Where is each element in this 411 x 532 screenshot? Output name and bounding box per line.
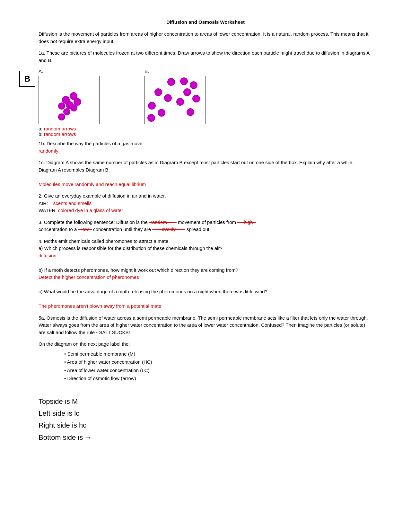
q2-section: 2. Give an everyday example of diffusion…: [39, 192, 372, 214]
q1c-answer: Molecules move randomly and reach equal …: [39, 182, 146, 187]
dot-a8: [58, 113, 65, 120]
dot-b7: [164, 94, 172, 102]
list-item: Area of higher water concentration (HC): [64, 358, 372, 366]
b-answer-line: b: random arrows: [39, 131, 76, 137]
dot-a7: [63, 108, 70, 115]
q1a-prompt: 1a. These are pictures of molecules froz…: [39, 49, 372, 64]
diagram-b-box: [144, 76, 206, 124]
q3-evenly: ----- evenly------: [152, 226, 185, 232]
bottom-note-4: Bottom side is →: [39, 431, 372, 443]
q4-section: 4. Moths emit chemicals called pheromone…: [39, 238, 372, 310]
dot-b8: [176, 98, 184, 106]
q4a-prompt: a) Which process is responsible for the …: [39, 245, 372, 252]
q4c-prompt: c) What would be the advantage of a moth…: [39, 288, 372, 296]
intro-paragraph: Diffusion is the movement of particles f…: [39, 31, 372, 45]
q2-water-line: WATER: colored dye in a glass of water: [39, 207, 372, 214]
a-answer-label: a:: [39, 126, 43, 131]
q3-high: ----high--: [237, 219, 256, 225]
q5a-section: 5a. Osmosis is the diffusion of water ac…: [39, 315, 372, 336]
bottom-note-1: Topside is M: [39, 395, 372, 407]
dot-b2: [180, 77, 188, 85]
diagram-a-label: A.: [39, 68, 43, 74]
diagram-instructions-list: Semi permeable membrane (M) Area of high…: [64, 350, 372, 383]
q3-end: spread out.: [185, 226, 211, 232]
q1c-section: 1c. Diagram A shows the same number of p…: [39, 159, 372, 188]
dot-b11: [187, 108, 194, 116]
dot-b12: [147, 114, 155, 122]
q3-mid2: concentration to a: [39, 226, 78, 232]
q2-water-answer: colored dye in a glass of water: [58, 208, 123, 213]
dot-b9: [148, 102, 156, 110]
b-answer: random arrows: [44, 131, 76, 137]
q3-random: -random------: [149, 219, 177, 225]
q3-mid1: movement of particles from: [177, 219, 237, 225]
q2-water-label: WATER:: [39, 208, 57, 213]
q1b-section: 1b. Describe the way the particles of a …: [39, 140, 372, 155]
diagram-instructions-intro: On the diagram on the next page label th…: [39, 341, 372, 348]
q2-air-line: AIR: scents and smells: [39, 200, 372, 207]
bottom-note-2: Left side is lc: [39, 407, 372, 419]
list-item: Semi permeable membrane (M): [64, 350, 372, 358]
dot-b6: [154, 88, 162, 96]
dot-a6: [70, 104, 77, 111]
q4b-answer: Detect the higher concentration of phero…: [39, 274, 372, 281]
bottom-note-3: Right side is hc: [39, 419, 372, 431]
q3-section: 3. Complete the following sentence: Diff…: [39, 219, 372, 233]
q2-air-label: AIR:: [39, 200, 48, 206]
q3-mid3: concentration until they are: [92, 226, 152, 232]
q4a-answer: diffusion: [39, 252, 372, 260]
q4c-answer: The pheromones aren't blown away from a …: [39, 303, 372, 310]
q1b-prompt: 1b. Describe the way the particles of a …: [39, 141, 144, 146]
dot-b10: [158, 109, 165, 117]
q5a-prompt: 5a. Osmosis is the diffusion of water ac…: [39, 315, 372, 336]
diagram-b-label: B.: [144, 68, 149, 74]
q3-low: --low--: [78, 226, 92, 232]
list-item: Area of lower water concentration (LC): [64, 366, 372, 375]
page-title: Diffusion and Osmosis Worksheet: [39, 19, 372, 25]
list-item: Direction of osmotic flow (arrow): [64, 374, 372, 383]
b-answer-label: b:: [39, 131, 43, 137]
q3-prompt-start: 3. Complete the following sentence: Diff…: [39, 219, 149, 225]
dot-b3: [190, 81, 197, 89]
bottom-notes: Topside is M Left side is lc Right side …: [39, 395, 372, 444]
q4b-prompt: b) If a moth detects pheromones, how mig…: [39, 267, 372, 274]
a-answer: random arrows: [44, 126, 76, 131]
q2-air-answer: scents and smells: [53, 200, 92, 206]
dot-b1: [167, 78, 175, 86]
q1c-prompt: 1c. Diagram A shows the same number of p…: [39, 160, 354, 173]
diagram-instructions-section: On the diagram on the next page label th…: [39, 341, 372, 383]
diagram-a-box: [39, 76, 100, 124]
dot-b5: [192, 95, 200, 102]
dot-a5: [58, 102, 65, 110]
q2-prompt: 2. Give an everyday example of diffusion…: [39, 192, 372, 200]
dot-b4: [183, 88, 191, 96]
a-answer-line: a: random arrows: [39, 126, 76, 131]
q1b-answer: randomly: [39, 148, 58, 154]
q4-prompt: 4. Moths emit chemicals called pheromone…: [39, 238, 372, 245]
b-label: B: [19, 71, 35, 87]
